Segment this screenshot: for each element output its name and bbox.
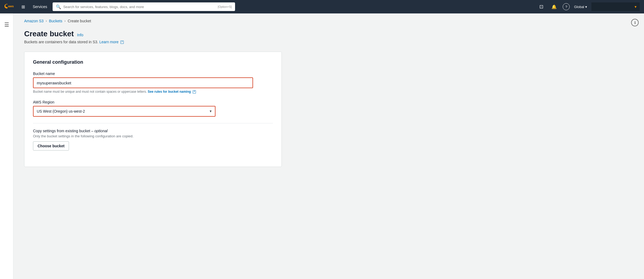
aws-region-label: AWS Region [33, 100, 273, 104]
naming-rules-link[interactable]: See rules for bucket naming [148, 90, 196, 94]
account-bar[interactable]: ▾ [591, 2, 640, 11]
svg-text:aws: aws [8, 5, 14, 8]
region-select-wrapper: US East (N. Virginia) us-east-1 US East … [33, 106, 215, 117]
breadcrumb-sep-1: › [46, 19, 47, 23]
naming-rules-external-icon [193, 90, 196, 94]
region-select[interactable]: US East (N. Virginia) us-east-1 US East … [33, 106, 215, 117]
top-nav: aws ⊞ Services 🔍 [Option+S] ⊡ 🔔 ? Global… [0, 0, 644, 13]
search-icon: 🔍 [56, 4, 61, 9]
region-label: Global [574, 5, 584, 9]
chevron-down-icon: ▾ [635, 5, 636, 9]
copy-settings-section: Copy settings from existing bucket – opt… [33, 129, 273, 151]
page-title: Create bucket [24, 30, 74, 38]
main-content: ℹ Amazon S3 › Buckets › Create bucket Cr… [13, 13, 644, 279]
help-icon[interactable]: ? [563, 3, 570, 10]
breadcrumb-sep-2: › [64, 19, 65, 23]
learn-more-link[interactable]: Learn more [99, 40, 123, 44]
grid-icon[interactable]: ⊞ [19, 2, 27, 11]
bucket-name-input[interactable] [33, 77, 253, 88]
subtitle-text: Buckets are containers for data stored i… [24, 40, 98, 44]
info-link[interactable]: Info [77, 33, 83, 37]
search-input[interactable] [63, 5, 216, 9]
services-button[interactable]: Services [31, 3, 49, 10]
region-button[interactable]: Global ▾ [574, 5, 587, 9]
page-title-row: Create bucket Info [24, 30, 633, 38]
nav-icons: ⊡ 🔔 ? Global ▾ ▾ [537, 2, 640, 11]
card-divider [33, 123, 273, 123]
external-link-icon [120, 41, 124, 44]
bucket-name-section: Bucket name Bucket name must be unique a… [33, 71, 273, 94]
copy-settings-sublabel: Only the bucket settings in the followin… [33, 134, 273, 138]
aws-logo[interactable]: aws [4, 2, 16, 11]
breadcrumb-amazon-s3[interactable]: Amazon S3 [24, 19, 43, 23]
general-config-card: General configuration Bucket name Bucket… [24, 52, 282, 167]
bucket-name-hint: Bucket name must be unique and must not … [33, 90, 273, 94]
region-chevron: ▾ [585, 5, 587, 9]
breadcrumb-current: Create bucket [68, 19, 91, 23]
sidebar-toggle-panel: ☰ [0, 13, 13, 279]
page-layout: ☰ ℹ Amazon S3 › Buckets › Create bucket … [0, 13, 644, 279]
choose-bucket-button[interactable]: Choose bucket [33, 141, 69, 151]
copy-settings-label: Copy settings from existing bucket – opt… [33, 129, 273, 133]
services-label: Services [33, 5, 47, 9]
breadcrumb-buckets[interactable]: Buckets [49, 19, 62, 23]
breadcrumb: Amazon S3 › Buckets › Create bucket [24, 19, 633, 23]
page-info-icon[interactable]: ℹ [631, 19, 639, 26]
notifications-icon[interactable]: 🔔 [550, 2, 558, 11]
aws-region-section: AWS Region US East (N. Virginia) us-east… [33, 100, 273, 117]
search-shortcut: [Option+S] [218, 5, 232, 8]
page-subtitle: Buckets are containers for data stored i… [24, 40, 633, 44]
terminal-icon[interactable]: ⊡ [537, 2, 546, 11]
bucket-name-label: Bucket name [33, 71, 273, 76]
search-bar: 🔍 [Option+S] [53, 2, 235, 11]
hamburger-button[interactable]: ☰ [3, 20, 11, 30]
card-title: General configuration [33, 59, 273, 65]
